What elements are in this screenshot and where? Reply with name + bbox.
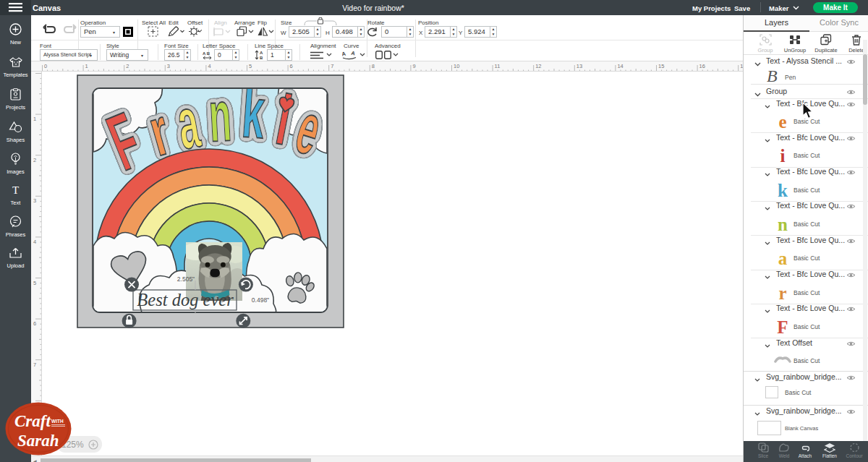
svg-text:9: 9	[412, 63, 415, 69]
svg-text:10: 10	[454, 63, 459, 69]
svg-text:2: 2	[33, 157, 36, 163]
svg-text:A: A	[342, 51, 346, 58]
svg-text:Craft: Craft	[14, 412, 51, 430]
svg-text:2.505": 2.505"	[177, 275, 195, 283]
svg-text:A B: A B	[203, 51, 210, 56]
svg-text:A: A	[351, 51, 357, 57]
svg-text:12: 12	[535, 63, 541, 69]
svg-text:1: 1	[85, 63, 88, 69]
svg-text:4: 4	[208, 63, 210, 69]
svg-text:WITH: WITH	[51, 419, 64, 424]
svg-text:7: 7	[33, 362, 36, 368]
svg-text:3: 3	[167, 63, 170, 69]
svg-text:A: A	[260, 51, 263, 55]
svg-text:0.498": 0.498"	[252, 296, 269, 304]
svg-text:15: 15	[658, 63, 664, 69]
svg-text:1: 1	[33, 116, 36, 122]
svg-text:3: 3	[33, 197, 36, 204]
svg-text:Best dog ever: Best dog ever	[137, 290, 234, 309]
svg-text:8: 8	[372, 63, 375, 69]
svg-text:6: 6	[33, 320, 36, 327]
svg-text:B: B	[260, 56, 263, 60]
svg-text:11: 11	[495, 63, 501, 69]
svg-text:13: 13	[576, 63, 582, 69]
svg-text:5: 5	[249, 63, 252, 69]
svg-text:6: 6	[290, 63, 293, 69]
svg-text:14: 14	[617, 63, 623, 69]
svg-text:4: 4	[33, 239, 36, 245]
svg-text:7: 7	[331, 63, 333, 69]
svg-text:T: T	[12, 184, 19, 196]
svg-text:2: 2	[126, 63, 129, 69]
svg-text:0: 0	[44, 63, 47, 69]
svg-text:5: 5	[33, 280, 36, 286]
svg-text:Sarah: Sarah	[17, 432, 59, 450]
svg-text:16: 16	[699, 63, 705, 69]
